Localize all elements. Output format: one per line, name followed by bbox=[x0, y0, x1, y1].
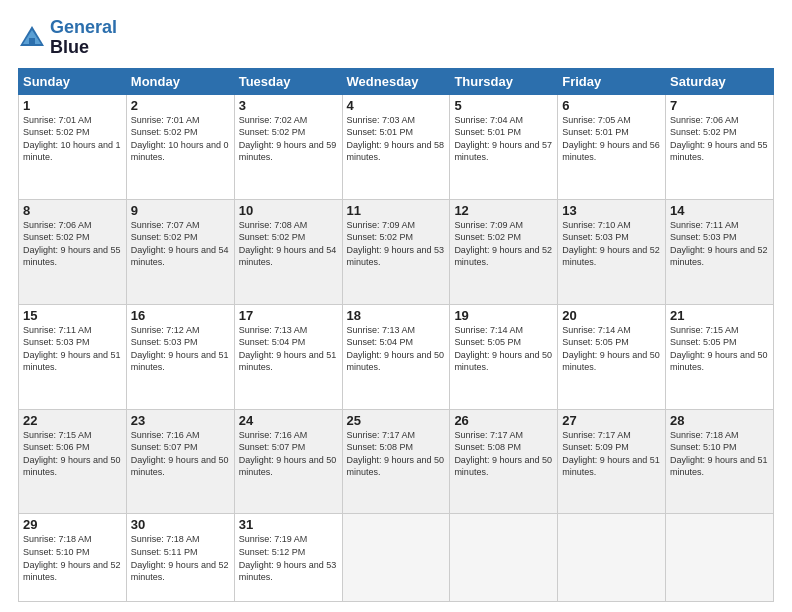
day-info: Sunrise: 7:11 AMSunset: 5:03 PMDaylight:… bbox=[670, 219, 769, 269]
day-cell-26: 26 Sunrise: 7:17 AMSunset: 5:08 PMDaylig… bbox=[450, 409, 558, 514]
day-cell-30: 30 Sunrise: 7:18 AMSunset: 5:11 PMDaylig… bbox=[126, 514, 234, 602]
day-info: Sunrise: 7:12 AMSunset: 5:03 PMDaylight:… bbox=[131, 324, 230, 374]
day-cell-4: 4 Sunrise: 7:03 AMSunset: 5:01 PMDayligh… bbox=[342, 94, 450, 199]
page: General Blue Sunday Monday Tuesday Wedne… bbox=[0, 0, 792, 612]
day-info: Sunrise: 7:11 AMSunset: 5:03 PMDaylight:… bbox=[23, 324, 122, 374]
day-info: Sunrise: 7:06 AMSunset: 5:02 PMDaylight:… bbox=[670, 114, 769, 164]
day-number: 19 bbox=[454, 308, 553, 323]
day-number: 2 bbox=[131, 98, 230, 113]
day-info: Sunrise: 7:18 AMSunset: 5:10 PMDaylight:… bbox=[670, 429, 769, 479]
empty-cell bbox=[342, 514, 450, 602]
day-number: 18 bbox=[347, 308, 446, 323]
empty-cell bbox=[450, 514, 558, 602]
day-cell-22: 22 Sunrise: 7:15 AMSunset: 5:06 PMDaylig… bbox=[19, 409, 127, 514]
col-wednesday: Wednesday bbox=[342, 68, 450, 94]
day-cell-8: 8 Sunrise: 7:06 AMSunset: 5:02 PMDayligh… bbox=[19, 199, 127, 304]
day-number: 15 bbox=[23, 308, 122, 323]
day-number: 26 bbox=[454, 413, 553, 428]
day-number: 4 bbox=[347, 98, 446, 113]
day-info: Sunrise: 7:19 AMSunset: 5:12 PMDaylight:… bbox=[239, 533, 338, 583]
day-number: 31 bbox=[239, 517, 338, 532]
day-cell-5: 5 Sunrise: 7:04 AMSunset: 5:01 PMDayligh… bbox=[450, 94, 558, 199]
day-cell-25: 25 Sunrise: 7:17 AMSunset: 5:08 PMDaylig… bbox=[342, 409, 450, 514]
day-number: 23 bbox=[131, 413, 230, 428]
day-info: Sunrise: 7:09 AMSunset: 5:02 PMDaylight:… bbox=[347, 219, 446, 269]
day-cell-13: 13 Sunrise: 7:10 AMSunset: 5:03 PMDaylig… bbox=[558, 199, 666, 304]
empty-cell bbox=[558, 514, 666, 602]
day-info: Sunrise: 7:07 AMSunset: 5:02 PMDaylight:… bbox=[131, 219, 230, 269]
day-cell-19: 19 Sunrise: 7:14 AMSunset: 5:05 PMDaylig… bbox=[450, 304, 558, 409]
day-number: 3 bbox=[239, 98, 338, 113]
day-info: Sunrise: 7:05 AMSunset: 5:01 PMDaylight:… bbox=[562, 114, 661, 164]
col-monday: Monday bbox=[126, 68, 234, 94]
col-thursday: Thursday bbox=[450, 68, 558, 94]
day-cell-29: 29 Sunrise: 7:18 AMSunset: 5:10 PMDaylig… bbox=[19, 514, 127, 602]
day-cell-7: 7 Sunrise: 7:06 AMSunset: 5:02 PMDayligh… bbox=[666, 94, 774, 199]
day-info: Sunrise: 7:16 AMSunset: 5:07 PMDaylight:… bbox=[131, 429, 230, 479]
day-cell-9: 9 Sunrise: 7:07 AMSunset: 5:02 PMDayligh… bbox=[126, 199, 234, 304]
day-info: Sunrise: 7:18 AMSunset: 5:11 PMDaylight:… bbox=[131, 533, 230, 583]
day-cell-21: 21 Sunrise: 7:15 AMSunset: 5:05 PMDaylig… bbox=[666, 304, 774, 409]
col-friday: Friday bbox=[558, 68, 666, 94]
day-info: Sunrise: 7:17 AMSunset: 5:08 PMDaylight:… bbox=[347, 429, 446, 479]
week-row-0: 1 Sunrise: 7:01 AMSunset: 5:02 PMDayligh… bbox=[19, 94, 774, 199]
day-info: Sunrise: 7:06 AMSunset: 5:02 PMDaylight:… bbox=[23, 219, 122, 269]
day-info: Sunrise: 7:16 AMSunset: 5:07 PMDaylight:… bbox=[239, 429, 338, 479]
day-cell-10: 10 Sunrise: 7:08 AMSunset: 5:02 PMDaylig… bbox=[234, 199, 342, 304]
day-number: 27 bbox=[562, 413, 661, 428]
header-row: Sunday Monday Tuesday Wednesday Thursday… bbox=[19, 68, 774, 94]
day-info: Sunrise: 7:15 AMSunset: 5:06 PMDaylight:… bbox=[23, 429, 122, 479]
day-number: 21 bbox=[670, 308, 769, 323]
day-cell-23: 23 Sunrise: 7:16 AMSunset: 5:07 PMDaylig… bbox=[126, 409, 234, 514]
day-number: 1 bbox=[23, 98, 122, 113]
day-number: 9 bbox=[131, 203, 230, 218]
day-cell-11: 11 Sunrise: 7:09 AMSunset: 5:02 PMDaylig… bbox=[342, 199, 450, 304]
day-cell-1: 1 Sunrise: 7:01 AMSunset: 5:02 PMDayligh… bbox=[19, 94, 127, 199]
day-cell-20: 20 Sunrise: 7:14 AMSunset: 5:05 PMDaylig… bbox=[558, 304, 666, 409]
day-number: 30 bbox=[131, 517, 230, 532]
day-number: 17 bbox=[239, 308, 338, 323]
day-cell-27: 27 Sunrise: 7:17 AMSunset: 5:09 PMDaylig… bbox=[558, 409, 666, 514]
day-info: Sunrise: 7:02 AMSunset: 5:02 PMDaylight:… bbox=[239, 114, 338, 164]
day-cell-24: 24 Sunrise: 7:16 AMSunset: 5:07 PMDaylig… bbox=[234, 409, 342, 514]
day-cell-28: 28 Sunrise: 7:18 AMSunset: 5:10 PMDaylig… bbox=[666, 409, 774, 514]
logo-text: General Blue bbox=[50, 18, 117, 58]
header: General Blue bbox=[18, 18, 774, 58]
day-info: Sunrise: 7:09 AMSunset: 5:02 PMDaylight:… bbox=[454, 219, 553, 269]
day-cell-3: 3 Sunrise: 7:02 AMSunset: 5:02 PMDayligh… bbox=[234, 94, 342, 199]
day-number: 5 bbox=[454, 98, 553, 113]
day-number: 22 bbox=[23, 413, 122, 428]
col-saturday: Saturday bbox=[666, 68, 774, 94]
day-number: 8 bbox=[23, 203, 122, 218]
day-info: Sunrise: 7:10 AMSunset: 5:03 PMDaylight:… bbox=[562, 219, 661, 269]
day-cell-16: 16 Sunrise: 7:12 AMSunset: 5:03 PMDaylig… bbox=[126, 304, 234, 409]
day-info: Sunrise: 7:13 AMSunset: 5:04 PMDaylight:… bbox=[347, 324, 446, 374]
empty-cell bbox=[666, 514, 774, 602]
day-number: 28 bbox=[670, 413, 769, 428]
day-number: 24 bbox=[239, 413, 338, 428]
svg-rect-2 bbox=[29, 38, 35, 44]
day-cell-14: 14 Sunrise: 7:11 AMSunset: 5:03 PMDaylig… bbox=[666, 199, 774, 304]
day-cell-31: 31 Sunrise: 7:19 AMSunset: 5:12 PMDaylig… bbox=[234, 514, 342, 602]
day-cell-12: 12 Sunrise: 7:09 AMSunset: 5:02 PMDaylig… bbox=[450, 199, 558, 304]
day-number: 11 bbox=[347, 203, 446, 218]
logo: General Blue bbox=[18, 18, 117, 58]
day-info: Sunrise: 7:18 AMSunset: 5:10 PMDaylight:… bbox=[23, 533, 122, 583]
day-info: Sunrise: 7:04 AMSunset: 5:01 PMDaylight:… bbox=[454, 114, 553, 164]
day-number: 10 bbox=[239, 203, 338, 218]
day-cell-18: 18 Sunrise: 7:13 AMSunset: 5:04 PMDaylig… bbox=[342, 304, 450, 409]
day-number: 29 bbox=[23, 517, 122, 532]
day-info: Sunrise: 7:01 AMSunset: 5:02 PMDaylight:… bbox=[23, 114, 122, 164]
day-cell-2: 2 Sunrise: 7:01 AMSunset: 5:02 PMDayligh… bbox=[126, 94, 234, 199]
day-number: 14 bbox=[670, 203, 769, 218]
day-info: Sunrise: 7:13 AMSunset: 5:04 PMDaylight:… bbox=[239, 324, 338, 374]
day-number: 7 bbox=[670, 98, 769, 113]
day-info: Sunrise: 7:17 AMSunset: 5:08 PMDaylight:… bbox=[454, 429, 553, 479]
week-row-4: 29 Sunrise: 7:18 AMSunset: 5:10 PMDaylig… bbox=[19, 514, 774, 602]
col-sunday: Sunday bbox=[19, 68, 127, 94]
calendar-table: Sunday Monday Tuesday Wednesday Thursday… bbox=[18, 68, 774, 602]
day-info: Sunrise: 7:14 AMSunset: 5:05 PMDaylight:… bbox=[562, 324, 661, 374]
day-number: 25 bbox=[347, 413, 446, 428]
day-number: 6 bbox=[562, 98, 661, 113]
logo-icon bbox=[18, 24, 46, 52]
